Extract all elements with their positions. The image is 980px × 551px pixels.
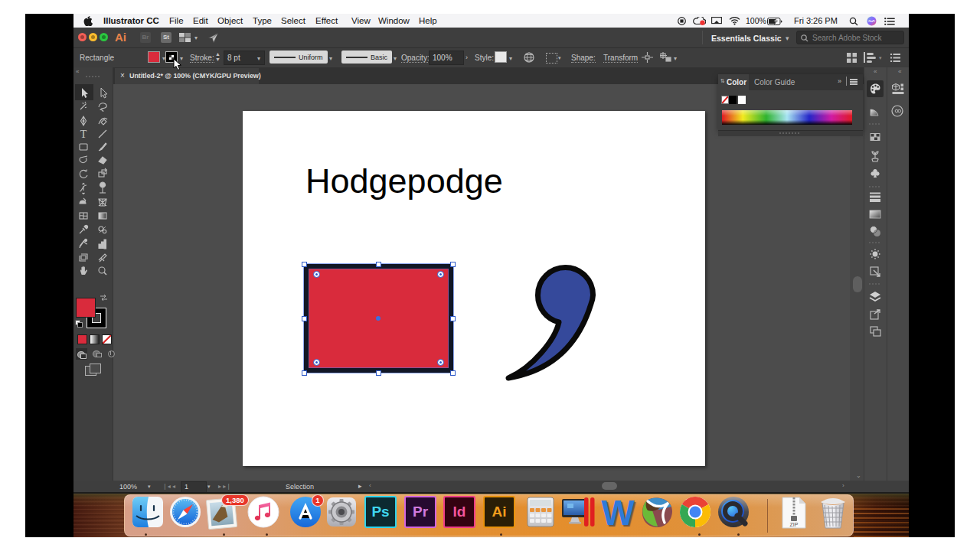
svg-text:ZIP: ZIP	[790, 522, 799, 527]
svg-text:T: T	[80, 129, 87, 140]
